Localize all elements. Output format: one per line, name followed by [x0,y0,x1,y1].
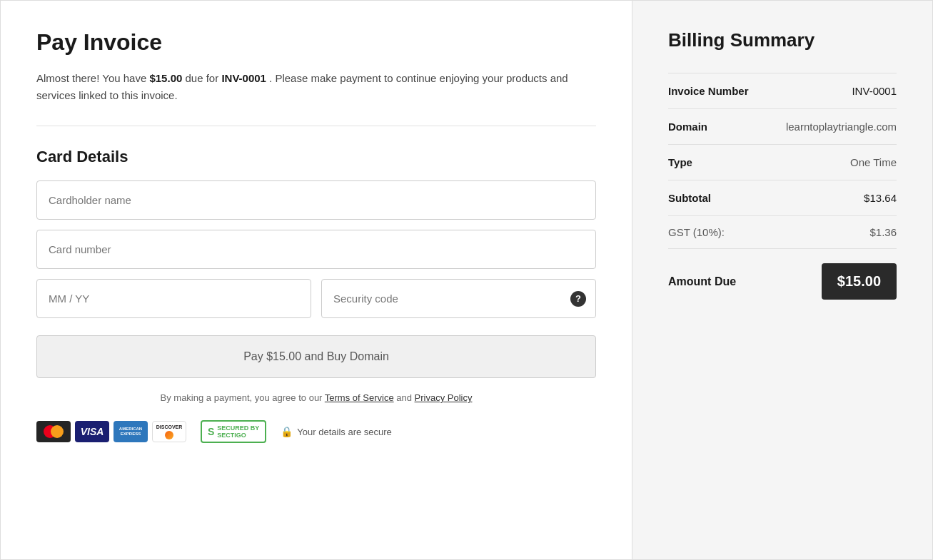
expiry-security-row: ? [36,279,596,318]
card-details-title: Card Details [36,148,596,166]
gst-row: GST (10%): $1.36 [668,216,897,249]
visa-icon: VISA [75,421,109,442]
terms-of-service-link[interactable]: Terms of Service [325,392,394,403]
invoice-number-row: Invoice Number INV-0001 [668,73,897,109]
discover-icon: DISCOVER [152,421,186,442]
lock-icon: 🔒 [281,426,293,437]
subtotal-label: Subtotal [668,192,711,204]
gst-value: $1.36 [869,226,897,238]
left-panel: Pay Invoice Almost there! You have $15.0… [1,1,632,559]
right-panel: Billing Summary Invoice Number INV-0001 … [632,1,932,559]
amount-due-badge: $15.00 [822,263,897,300]
domain-value: learntoplaytriangle.com [786,121,897,133]
type-row: Type One Time [668,145,897,180]
amount-due-label: Amount Due [668,275,736,288]
card-number-group [36,230,596,269]
security-help-icon[interactable]: ? [570,291,586,307]
divider [36,126,596,126]
subtotal-row: Subtotal $13.64 [668,180,897,216]
amex-icon: AMERICANEXPRESS [114,421,148,442]
security-code-input[interactable] [321,279,596,318]
domain-label: Domain [668,121,707,133]
billing-title: Billing Summary [668,29,897,51]
type-value: One Time [850,156,897,168]
sectigo-badge: S SECURED BY SECTIGO [201,420,266,443]
gst-label: GST (10%): [668,226,725,238]
secure-text: 🔒 Your details are secure [281,426,392,437]
expiry-input[interactable] [36,279,311,318]
invoice-number-value: INV-0001 [852,85,897,97]
subtotal-value: $13.64 [864,192,897,204]
cardholder-name-input[interactable] [36,180,596,220]
security-group: ? [321,279,596,318]
invoice-message: Almost there! You have $15.00 due for IN… [36,70,596,104]
card-number-input[interactable] [36,230,596,269]
page-title: Pay Invoice [36,29,596,56]
amount-due-row: Amount Due $15.00 [668,249,897,314]
sectigo-s-icon: S [208,426,214,437]
domain-row: Domain learntoplaytriangle.com [668,109,897,145]
invoice-number-label: Invoice Number [668,85,749,97]
terms-text: By making a payment, you agree to our Te… [36,392,596,403]
card-icons: VISA AMERICANEXPRESS DISCOVER [36,421,186,442]
expiry-group [36,279,311,318]
pay-button[interactable]: Pay $15.00 and Buy Domain [36,335,596,378]
type-label: Type [668,156,692,168]
privacy-policy-link[interactable]: Privacy Policy [415,392,473,403]
cardholder-name-group [36,180,596,220]
footer-row: VISA AMERICANEXPRESS DISCOVER S SECURED … [36,420,596,443]
mastercard-icon [36,421,71,442]
